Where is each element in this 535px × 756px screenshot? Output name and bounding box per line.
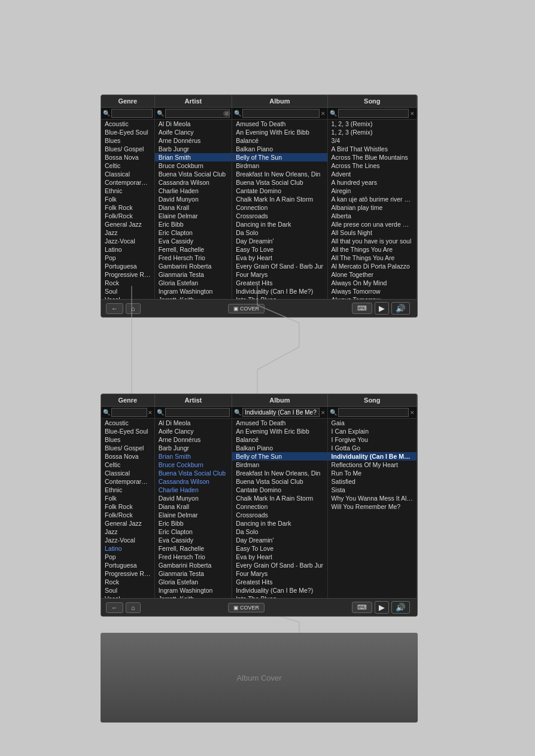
list-item[interactable]: Ingram Washington <box>155 287 232 295</box>
list-item[interactable]: Eric Bibb <box>155 220 232 228</box>
list-item[interactable]: Cantate Domino <box>232 187 327 195</box>
list-item[interactable]: Amused To Death <box>232 419 327 427</box>
list-item[interactable]: Gaia <box>328 419 417 427</box>
list-item[interactable]: Breakfast In New Orleans, Din <box>232 170 327 178</box>
list-item[interactable]: Into The Blues <box>232 595 327 598</box>
list-item[interactable]: Vocal <box>101 595 154 598</box>
list-item[interactable]: Individuality (Can I Be Me?) <box>232 586 327 595</box>
list-item[interactable]: Eva by Heart <box>232 553 327 561</box>
list-item[interactable]: Alone Together <box>328 270 417 279</box>
album-search-input[interactable] <box>242 109 319 118</box>
list-item[interactable]: Why You Wanna Mess It All Up <box>328 494 417 502</box>
list-item[interactable]: Gambarini Roberta <box>155 262 232 270</box>
list-item[interactable]: Always On My Mind <box>328 279 417 287</box>
list-item[interactable]: Pop <box>101 553 154 561</box>
list-item[interactable]: Jazz <box>101 528 154 536</box>
list-item[interactable]: Latino <box>101 245 154 254</box>
list-item[interactable]: Eric Bibb <box>155 519 232 528</box>
list-item[interactable]: Four Marys <box>232 569 327 578</box>
list-item[interactable]: Cassandra Wilson <box>155 477 232 486</box>
list-item[interactable]: All the Things You Are <box>328 245 417 254</box>
list-item[interactable]: David Munyon <box>155 494 232 502</box>
list-item[interactable]: Acoustic <box>101 120 154 128</box>
song-list-1[interactable]: 1, 2, 3 (Remix)1, 2, 3 (Remix)3/4A Bird … <box>328 120 417 299</box>
list-item[interactable]: Portuguesa <box>101 262 154 270</box>
list-item[interactable]: Satisfied <box>328 477 417 486</box>
keyboard-button-2[interactable]: ⌨ <box>352 602 372 613</box>
list-item[interactable]: Every Grain Of Sand - Barb Jur <box>232 561 327 569</box>
list-item[interactable]: Al Mercato Di Porta Palazzo <box>328 262 417 270</box>
list-item[interactable]: Blues/ Gospel <box>101 444 154 452</box>
list-item[interactable]: Day Dreamin' <box>232 237 327 245</box>
artist-search-clear[interactable]: ✕ <box>223 111 230 117</box>
list-item[interactable]: Al Di Meola <box>155 419 232 427</box>
list-item[interactable]: Folk/Rock <box>101 511 154 519</box>
list-item[interactable]: All Souls Night <box>328 228 417 237</box>
album-search-input-2[interactable] <box>242 408 319 417</box>
list-item[interactable]: I Gotta Go <box>328 444 417 452</box>
list-item[interactable]: Airegin <box>328 187 417 195</box>
list-item[interactable]: Blues/ Gospel <box>101 145 154 153</box>
list-item[interactable]: Contemporary Jazz <box>101 477 154 486</box>
song-search-clear-2[interactable]: ✕ <box>410 410 415 416</box>
list-item[interactable]: Celtic <box>101 161 154 170</box>
list-item[interactable]: Gianmaria Testa <box>155 270 232 279</box>
artist-list-2[interactable]: Al Di MeolaAoife ClancyArne DonnérusBarb… <box>155 419 233 598</box>
list-item[interactable]: Brian Smith <box>155 153 232 161</box>
list-item[interactable]: Sista <box>328 486 417 494</box>
list-item[interactable]: Barb Jungr <box>155 145 232 153</box>
list-item[interactable]: General Jazz <box>101 220 154 228</box>
list-item[interactable]: Breakfast In New Orleans, Din <box>232 469 327 477</box>
list-item[interactable]: Aoife Clancy <box>155 427 232 435</box>
list-item[interactable]: Blue-Eyed Soul <box>101 427 154 435</box>
list-item[interactable]: 1, 2, 3 (Remix) <box>328 120 417 128</box>
list-item[interactable]: Amused To Death <box>232 120 327 128</box>
list-item[interactable]: Jazz-Vocal <box>101 536 154 544</box>
song-list-2[interactable]: GaiaI Can ExplainI Forgive YouI Gotta Go… <box>328 419 417 598</box>
list-item[interactable]: Balkan Piano <box>232 145 327 153</box>
list-item[interactable]: Eva Cassidy <box>155 536 232 544</box>
genre-search-input[interactable] <box>111 109 153 118</box>
list-item[interactable]: Portuguesa <box>101 561 154 569</box>
list-item[interactable]: I Forgive You <box>328 435 417 444</box>
list-item[interactable]: Eric Clapton <box>155 528 232 536</box>
list-item[interactable]: Barb Jungr <box>155 444 232 452</box>
list-item[interactable]: Gianmaria Testa <box>155 569 232 578</box>
album-search-clear-2[interactable]: ✕ <box>321 410 326 416</box>
list-item[interactable]: All The Things You Are <box>328 254 417 262</box>
list-item[interactable]: Across The Lines <box>328 161 417 170</box>
list-item[interactable]: Advent <box>328 170 417 178</box>
list-item[interactable]: A Bird That Whistles <box>328 145 417 153</box>
album-search-clear[interactable]: ✕ <box>321 111 326 117</box>
list-item[interactable]: Ferrell, Rachelle <box>155 245 232 254</box>
list-item[interactable]: Dancing in the Dark <box>232 220 327 228</box>
list-item[interactable]: Blue-Eyed Soul <box>101 128 154 136</box>
list-item[interactable]: Cassandra Wilson <box>155 178 232 187</box>
list-item[interactable]: Gloria Estefan <box>155 279 232 287</box>
list-item[interactable]: Folk <box>101 195 154 203</box>
list-item[interactable]: Arne Donnérus <box>155 136 232 145</box>
song-search-clear[interactable]: ✕ <box>410 111 415 117</box>
list-item[interactable]: Day Dreamin' <box>232 536 327 544</box>
list-item[interactable]: Belly of The Sun <box>232 153 327 161</box>
list-item[interactable]: Eric Clapton <box>155 228 232 237</box>
list-item[interactable]: Acoustic <box>101 419 154 427</box>
list-item[interactable]: Classical <box>101 170 154 178</box>
list-item[interactable]: Across The Blue Mountains <box>328 153 417 161</box>
list-item[interactable]: Ingram Washington <box>155 586 232 595</box>
list-item[interactable]: Alle prese con una verde milor <box>328 220 417 228</box>
list-item[interactable]: Aoife Clancy <box>155 128 232 136</box>
list-item[interactable]: Always Tomorrow <box>328 295 417 299</box>
list-item[interactable]: Birdman <box>232 161 327 170</box>
list-item[interactable]: Chalk Mark In A Rain Storm <box>232 195 327 203</box>
genre-search-input-2[interactable] <box>111 408 147 417</box>
list-item[interactable]: Will You Remember Me? <box>328 502 417 511</box>
list-item[interactable]: David Munyon <box>155 195 232 203</box>
list-item[interactable]: Latino <box>101 544 154 553</box>
artist-search-input[interactable] <box>165 109 230 118</box>
list-item[interactable]: Greatest Hits <box>232 279 327 287</box>
song-search-input[interactable] <box>338 109 409 118</box>
list-item[interactable]: Individuality (Can I Be Me?) <box>328 452 417 461</box>
list-item[interactable]: Connection <box>232 203 327 212</box>
list-item[interactable]: A hundred years <box>328 178 417 187</box>
